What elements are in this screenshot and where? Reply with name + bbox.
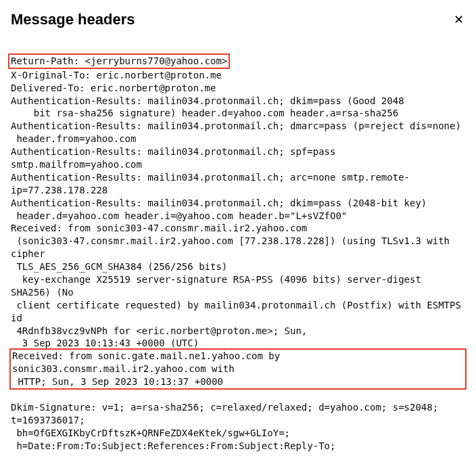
header-line: Authentication-Results: mailin034.proton…	[11, 95, 404, 106]
header-line: Received: from sonic.gate.mail.ne1.yahoo…	[12, 350, 280, 361]
header-line: Delivered-To: eric.norbert@proton.me	[11, 83, 216, 93]
header-line: Authentication-Results: mailin034.proton…	[11, 198, 427, 208]
header-line: bh=OfGEXGIKbyCrDftszK+QRNFeZDX4eKtek/sgw…	[11, 428, 290, 438]
header-line: 3 Sep 2023 10:13:43 +0000 (UTC)	[11, 338, 199, 348]
header-line: Dkim-Signature: v=1; a=rsa-sha256; c=rel…	[11, 402, 444, 426]
header-line: key-exchange X25519 server-signature RSA…	[11, 274, 427, 298]
header-line: TLS_AES_256_GCM_SHA384 (256/256 bits)	[11, 261, 227, 272]
modal-title: Message headers	[11, 11, 135, 28]
header-line: 4Rdnfb38vcz9vNPh for <eric.norbert@proto…	[11, 325, 307, 336]
header-line: X-Original-To: eric.norbert@proton.me	[11, 70, 222, 80]
highlighted-return-path: Return-Path: <jerryburns770@yahoo.com>	[8, 53, 230, 69]
header-line: Received: from sonic303-47.consmr.mail.i…	[11, 223, 307, 233]
header-line: sonic303.consmr.mail.ir2.yahoo.com with	[12, 363, 235, 374]
header-line: h=Date:From:To:Subject:References:From:S…	[11, 440, 335, 451]
header-line: Authentication-Results: mailin034.proton…	[11, 120, 461, 131]
header-line: Authentication-Results: mailin034.proton…	[11, 172, 410, 196]
header-line: header.d=yahoo.com header.i=@yahoo.com h…	[11, 210, 347, 221]
message-headers-body: Return-Path: <jerryburns770@yahoo.com> X…	[11, 41, 465, 453]
highlighted-received: Received: from sonic.gate.mail.ne1.yahoo…	[9, 348, 467, 390]
header-line: Authentication-Results: mailin034.proton…	[11, 146, 341, 170]
header-line: header.from=yahoo.com	[11, 133, 136, 144]
header-line: HTTP; Sun, 3 Sep 2023 10:13:37 +0000	[12, 376, 223, 387]
header-line: bit rsa-sha256 signature) header.d=yahoo…	[11, 108, 398, 118]
modal-header: Message headers ✕	[11, 11, 465, 28]
close-icon[interactable]: ✕	[452, 12, 465, 27]
header-line: client certificate requested) by mailin0…	[11, 300, 467, 323]
header-line: (sonic303-47.consmr.mail.ir2.yahoo.com […	[11, 235, 455, 259]
